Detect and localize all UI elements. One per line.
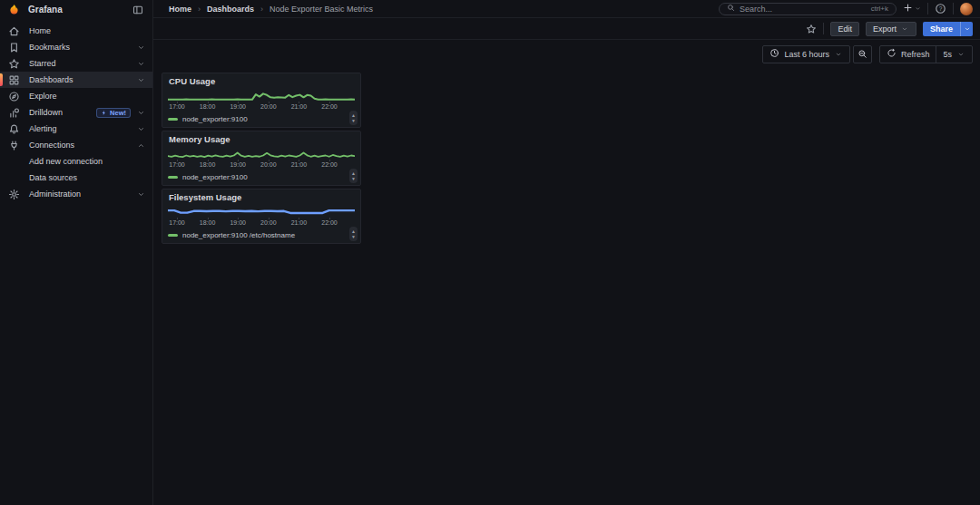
refresh-interval-picker[interactable]: 5s [936, 46, 972, 63]
panel-cpu-usage[interactable]: CPU Usage 17:0018:0019:0020:0021:0022:00… [162, 73, 361, 128]
sidebar-item-drilldown[interactable]: DrilldownNew! [0, 104, 152, 121]
chevron-down-icon [957, 51, 965, 58]
search-box[interactable]: ctrl+k [719, 3, 897, 15]
panel-left-icon [132, 5, 143, 15]
share-menu-button[interactable] [960, 22, 973, 36]
add-button[interactable] [903, 3, 921, 15]
breadcrumb-item-dashboards[interactable]: Dashboards [207, 5, 254, 14]
divider [953, 3, 954, 15]
grafana-app: Grafana HomeBookmarksStarredDashboardsEx… [0, 0, 980, 505]
divider [927, 3, 928, 15]
x-axis-tick: 21:00 [283, 103, 314, 110]
sidebar-header: Grafana [0, 0, 152, 19]
dashboard-canvas: CPU Usage 17:0018:0019:0020:0021:0022:00… [153, 68, 980, 505]
breadcrumb-item-node-exporter-basic-metrics: Node Exporter Basic Metrics [270, 5, 373, 14]
sidebar-item-label: Alerting [29, 124, 136, 133]
panel-legend[interactable]: node_exporter:9100 [168, 173, 248, 181]
star-icon [806, 24, 817, 34]
export-button[interactable]: Export [866, 22, 916, 36]
bookmark-icon [8, 42, 20, 53]
topbar: Home›Dashboards›Node Exporter Basic Metr… [153, 0, 980, 18]
x-axis-tick: 22:00 [314, 219, 345, 226]
time-range-picker[interactable]: Last 6 hours [762, 45, 850, 63]
home-icon [8, 25, 20, 37]
chevron-down-icon [137, 60, 145, 68]
sidebar-item-data-sources[interactable]: Data sources [0, 170, 152, 186]
x-axis-tick: 20:00 [253, 103, 284, 110]
grafana-logo[interactable] [7, 4, 20, 16]
dock-sidebar-button[interactable] [132, 5, 143, 15]
x-axis-tick: 17:00 [162, 219, 192, 226]
bell-icon [8, 123, 20, 135]
timeseries-chart [168, 85, 355, 102]
panel-filesystem-usage[interactable]: Filesystem Usage 17:0018:0019:0020:0021:… [162, 189, 361, 244]
x-axis-tick: 21:00 [283, 219, 314, 226]
plug-icon [8, 140, 20, 151]
legend-label[interactable]: node_exporter:9100 [182, 173, 248, 181]
share-button[interactable]: Share [923, 22, 960, 36]
bolt-icon [101, 110, 107, 116]
sidebar-item-starred[interactable]: Starred [0, 55, 152, 72]
dashboard-toolbar: Last 6 hours Refresh 5s [153, 40, 980, 68]
legend-label[interactable]: node_exporter:9100 /etc/hostname [182, 231, 295, 239]
breadcrumb-item-home[interactable]: Home [169, 5, 191, 14]
sidebar-item-administration[interactable]: Administration [0, 186, 152, 202]
sidebar-item-dashboards[interactable]: Dashboards [0, 72, 152, 88]
x-axis-tick: 18:00 [192, 219, 223, 226]
sidebar-item-label: Bookmarks [29, 43, 136, 52]
x-axis-tick: 20:00 [253, 219, 284, 226]
chevron-down-icon [835, 51, 842, 58]
clock-icon [769, 48, 779, 58]
chevron-down-icon [137, 125, 145, 133]
search-shortcut: ctrl+k [871, 5, 888, 13]
chevron-down-icon [901, 25, 908, 33]
sidebar-item-bookmarks[interactable]: Bookmarks [0, 39, 152, 55]
zoom-out-button[interactable] [853, 45, 872, 63]
legend-scrollbar[interactable]: ▲ ▼ [349, 111, 358, 125]
sidebar-item-connections[interactable]: Connections [0, 137, 152, 153]
breadcrumb-separator: › [260, 5, 263, 14]
sidebar-item-label: Data sources [29, 173, 145, 182]
search-icon [727, 4, 735, 12]
legend-label[interactable]: node_exporter:9100 [182, 115, 248, 123]
sidebar-item-explore[interactable]: Explore [0, 88, 152, 104]
panel-memory-usage[interactable]: Memory Usage 17:0018:0019:0020:0021:0022… [162, 131, 361, 186]
panel-legend[interactable]: node_exporter:9100 /etc/hostname [168, 231, 295, 239]
help-icon: ? [935, 3, 946, 15]
sidebar-item-alerting[interactable]: Alerting [0, 121, 152, 137]
legend-scrollbar[interactable]: ▲ ▼ [349, 169, 358, 183]
timeseries-chart [168, 201, 355, 218]
dashboard-actionbar: Edit Export Share [153, 18, 980, 40]
user-avatar[interactable] [960, 3, 973, 15]
timeseries-chart [168, 143, 355, 160]
chevron-down-icon [915, 5, 921, 12]
legend-scrollbar[interactable]: ▲ ▼ [349, 227, 358, 241]
active-indicator [0, 73, 3, 86]
refresh-icon [887, 48, 897, 58]
scroll-down-icon: ▼ [351, 176, 356, 182]
edit-button[interactable]: Edit [830, 22, 859, 36]
refresh-interval-value: 5s [943, 50, 952, 59]
x-axis-tick: 19:00 [222, 103, 253, 110]
sidebar-item-home[interactable]: Home [0, 23, 152, 39]
zoom-out-icon [858, 49, 867, 59]
svg-text:?: ? [939, 5, 943, 12]
brand-title: Grafana [28, 5, 124, 15]
chevron-down-icon [137, 76, 145, 84]
x-axis-tick: 22:00 [314, 103, 345, 110]
x-axis-tick: 18:00 [192, 161, 223, 168]
help-button[interactable]: ? [935, 3, 946, 15]
chevron-down-icon [834, 51, 843, 58]
main-area: Home›Dashboards›Node Exporter Basic Metr… [153, 0, 980, 505]
grafana-flame-icon [8, 4, 20, 15]
favorite-star-button[interactable] [806, 24, 817, 34]
sidebar-item-label: Explore [29, 92, 145, 101]
sidebar-item-label: Starred [29, 59, 136, 68]
panel-legend[interactable]: node_exporter:9100 [168, 115, 248, 123]
refresh-button[interactable]: Refresh [880, 46, 936, 63]
sidebar-item-add-new-connection[interactable]: Add new connection [0, 153, 152, 170]
sidebar-item-label: Connections [29, 141, 136, 150]
compass-icon [8, 91, 20, 102]
chevron-down-icon [956, 51, 965, 58]
search-input[interactable] [740, 5, 867, 14]
